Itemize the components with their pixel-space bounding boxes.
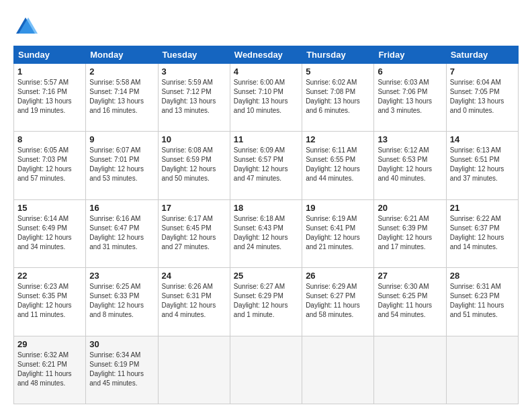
calendar-week-5: 29Sunrise: 6:32 AMSunset: 6:21 PMDayligh… bbox=[14, 336, 519, 404]
day-info: Sunrise: 6:27 AMSunset: 6:29 PMDaylight:… bbox=[234, 283, 288, 318]
top-section bbox=[13, 12, 519, 39]
day-number: 3 bbox=[162, 66, 226, 77]
calendar-cell: 8Sunrise: 6:05 AMSunset: 7:03 PMDaylight… bbox=[14, 132, 86, 199]
calendar-cell: 17Sunrise: 6:17 AMSunset: 6:45 PMDayligh… bbox=[158, 199, 230, 267]
day-number: 4 bbox=[234, 66, 298, 77]
calendar-cell: 30Sunrise: 6:34 AMSunset: 6:19 PMDayligh… bbox=[86, 336, 158, 404]
day-info: Sunrise: 6:32 AMSunset: 6:21 PMDaylight:… bbox=[17, 351, 72, 387]
day-info: Sunrise: 6:07 AMSunset: 7:01 PMDaylight:… bbox=[89, 146, 144, 182]
day-info: Sunrise: 6:31 AMSunset: 6:23 PMDaylight:… bbox=[450, 283, 504, 318]
day-number: 18 bbox=[234, 203, 298, 213]
day-number: 29 bbox=[17, 339, 82, 349]
calendar-week-2: 8Sunrise: 6:05 AMSunset: 7:03 PMDaylight… bbox=[14, 132, 519, 199]
calendar-cell: 21Sunrise: 6:22 AMSunset: 6:37 PMDayligh… bbox=[446, 199, 518, 267]
day-info: Sunrise: 6:25 AMSunset: 6:33 PMDaylight:… bbox=[89, 283, 144, 318]
calendar-cell bbox=[302, 336, 374, 404]
calendar-cell: 23Sunrise: 6:25 AMSunset: 6:33 PMDayligh… bbox=[86, 268, 158, 336]
calendar-cell: 29Sunrise: 6:32 AMSunset: 6:21 PMDayligh… bbox=[14, 336, 86, 404]
calendar-cell: 26Sunrise: 6:29 AMSunset: 6:27 PMDayligh… bbox=[302, 268, 374, 336]
day-number: 22 bbox=[17, 271, 82, 281]
day-number: 13 bbox=[378, 134, 442, 144]
day-info: Sunrise: 6:22 AMSunset: 6:37 PMDaylight:… bbox=[450, 215, 504, 250]
day-number: 15 bbox=[17, 203, 82, 213]
calendar-cell: 25Sunrise: 6:27 AMSunset: 6:29 PMDayligh… bbox=[230, 268, 302, 336]
day-number: 8 bbox=[17, 134, 82, 144]
calendar-cell: 19Sunrise: 6:19 AMSunset: 6:41 PMDayligh… bbox=[302, 199, 374, 267]
calendar-cell: 10Sunrise: 6:08 AMSunset: 6:59 PMDayligh… bbox=[158, 132, 230, 199]
calendar-week-4: 22Sunrise: 6:23 AMSunset: 6:35 PMDayligh… bbox=[14, 268, 519, 336]
calendar-cell: 3Sunrise: 5:59 AMSunset: 7:12 PMDaylight… bbox=[158, 64, 230, 132]
calendar-cell: 12Sunrise: 6:11 AMSunset: 6:55 PMDayligh… bbox=[302, 132, 374, 199]
day-number: 1 bbox=[17, 66, 82, 77]
calendar-cell: 28Sunrise: 6:31 AMSunset: 6:23 PMDayligh… bbox=[446, 268, 518, 336]
day-info: Sunrise: 6:16 AMSunset: 6:47 PMDaylight:… bbox=[89, 215, 144, 250]
day-info: Sunrise: 6:19 AMSunset: 6:41 PMDaylight:… bbox=[306, 215, 360, 250]
day-info: Sunrise: 6:13 AMSunset: 6:51 PMDaylight:… bbox=[450, 146, 504, 182]
day-info: Sunrise: 6:29 AMSunset: 6:27 PMDaylight:… bbox=[306, 283, 360, 318]
day-number: 21 bbox=[450, 203, 515, 213]
calendar-header-row: SundayMondayTuesdayWednesdayThursdayFrid… bbox=[14, 46, 519, 64]
day-info: Sunrise: 6:26 AMSunset: 6:31 PMDaylight:… bbox=[162, 283, 216, 318]
day-info: Sunrise: 6:34 AMSunset: 6:19 PMDaylight:… bbox=[89, 351, 144, 387]
day-number: 27 bbox=[378, 271, 442, 281]
day-number: 26 bbox=[306, 271, 370, 281]
day-info: Sunrise: 6:30 AMSunset: 6:25 PMDaylight:… bbox=[378, 283, 432, 318]
logo bbox=[13, 15, 40, 39]
day-number: 5 bbox=[306, 66, 370, 77]
calendar-cell: 18Sunrise: 6:18 AMSunset: 6:43 PMDayligh… bbox=[230, 199, 302, 267]
day-number: 7 bbox=[450, 66, 515, 77]
day-number: 19 bbox=[306, 203, 370, 213]
day-number: 28 bbox=[450, 271, 515, 281]
calendar-cell: 16Sunrise: 6:16 AMSunset: 6:47 PMDayligh… bbox=[86, 199, 158, 267]
calendar-cell: 14Sunrise: 6:13 AMSunset: 6:51 PMDayligh… bbox=[446, 132, 518, 199]
day-number: 14 bbox=[450, 134, 515, 144]
calendar-cell: 5Sunrise: 6:02 AMSunset: 7:08 PMDaylight… bbox=[302, 64, 374, 132]
weekday-header-wednesday: Wednesday bbox=[230, 46, 302, 64]
day-number: 9 bbox=[89, 134, 154, 144]
logo-icon bbox=[13, 15, 38, 39]
calendar-cell bbox=[374, 336, 446, 404]
calendar-week-1: 1Sunrise: 5:57 AMSunset: 7:16 PMDaylight… bbox=[14, 64, 519, 132]
weekday-header-tuesday: Tuesday bbox=[158, 46, 230, 64]
day-info: Sunrise: 6:21 AMSunset: 6:39 PMDaylight:… bbox=[378, 215, 432, 250]
calendar-week-3: 15Sunrise: 6:14 AMSunset: 6:49 PMDayligh… bbox=[14, 199, 519, 267]
day-number: 24 bbox=[162, 271, 226, 281]
day-number: 12 bbox=[306, 134, 370, 144]
calendar-cell: 24Sunrise: 6:26 AMSunset: 6:31 PMDayligh… bbox=[158, 268, 230, 336]
day-info: Sunrise: 6:23 AMSunset: 6:35 PMDaylight:… bbox=[17, 283, 72, 318]
day-number: 20 bbox=[378, 203, 442, 213]
weekday-header-thursday: Thursday bbox=[302, 46, 374, 64]
calendar-cell: 1Sunrise: 5:57 AMSunset: 7:16 PMDaylight… bbox=[14, 64, 86, 132]
day-number: 25 bbox=[234, 271, 298, 281]
day-info: Sunrise: 5:58 AMSunset: 7:14 PMDaylight:… bbox=[89, 79, 144, 114]
calendar-cell: 7Sunrise: 6:04 AMSunset: 7:05 PMDaylight… bbox=[446, 64, 518, 132]
calendar-cell bbox=[446, 336, 518, 404]
day-info: Sunrise: 6:05 AMSunset: 7:03 PMDaylight:… bbox=[17, 146, 72, 182]
calendar-cell: 6Sunrise: 6:03 AMSunset: 7:06 PMDaylight… bbox=[374, 64, 446, 132]
day-number: 17 bbox=[162, 203, 226, 213]
calendar-cell: 22Sunrise: 6:23 AMSunset: 6:35 PMDayligh… bbox=[14, 268, 86, 336]
calendar-cell bbox=[158, 336, 230, 404]
weekday-header-monday: Monday bbox=[86, 46, 158, 64]
calendar-cell: 11Sunrise: 6:09 AMSunset: 6:57 PMDayligh… bbox=[230, 132, 302, 199]
day-info: Sunrise: 6:14 AMSunset: 6:49 PMDaylight:… bbox=[17, 215, 72, 250]
page: SundayMondayTuesdayWednesdayThursdayFrid… bbox=[0, 0, 532, 411]
day-number: 23 bbox=[89, 271, 154, 281]
day-info: Sunrise: 6:12 AMSunset: 6:53 PMDaylight:… bbox=[378, 146, 432, 182]
calendar-cell: 9Sunrise: 6:07 AMSunset: 7:01 PMDaylight… bbox=[86, 132, 158, 199]
calendar-cell bbox=[230, 336, 302, 404]
day-info: Sunrise: 6:03 AMSunset: 7:06 PMDaylight:… bbox=[378, 79, 432, 114]
day-number: 2 bbox=[89, 66, 154, 77]
calendar-cell: 2Sunrise: 5:58 AMSunset: 7:14 PMDaylight… bbox=[86, 64, 158, 132]
calendar-cell: 15Sunrise: 6:14 AMSunset: 6:49 PMDayligh… bbox=[14, 199, 86, 267]
weekday-header-sunday: Sunday bbox=[14, 46, 86, 64]
day-info: Sunrise: 6:00 AMSunset: 7:10 PMDaylight:… bbox=[234, 79, 288, 114]
day-number: 6 bbox=[378, 66, 442, 77]
day-info: Sunrise: 6:18 AMSunset: 6:43 PMDaylight:… bbox=[234, 215, 288, 250]
day-number: 11 bbox=[234, 134, 298, 144]
calendar-cell: 27Sunrise: 6:30 AMSunset: 6:25 PMDayligh… bbox=[374, 268, 446, 336]
day-info: Sunrise: 6:02 AMSunset: 7:08 PMDaylight:… bbox=[306, 79, 360, 114]
day-number: 16 bbox=[89, 203, 154, 213]
day-info: Sunrise: 6:11 AMSunset: 6:55 PMDaylight:… bbox=[306, 146, 360, 182]
calendar-cell: 20Sunrise: 6:21 AMSunset: 6:39 PMDayligh… bbox=[374, 199, 446, 267]
